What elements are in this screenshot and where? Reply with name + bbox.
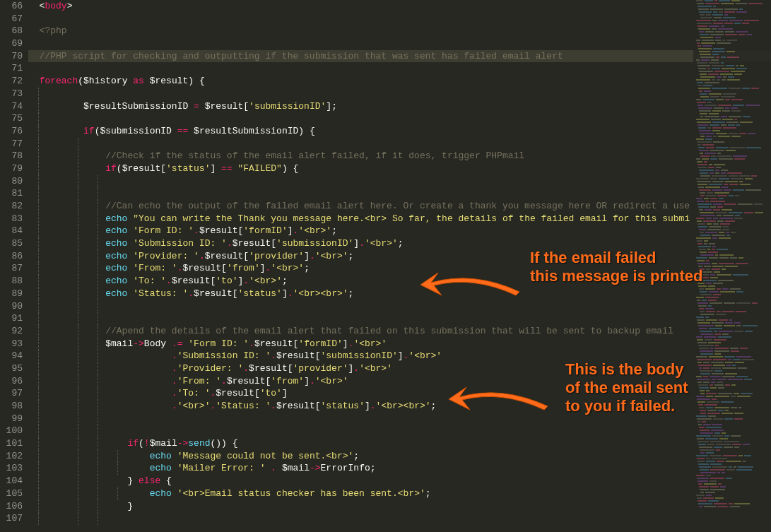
code-line[interactable] [28, 62, 771, 75]
code-line[interactable]: echo 'To: '.$result['to'].'<br>'; [28, 275, 771, 288]
line-number: 83 [0, 213, 23, 225]
code-line[interactable] [28, 88, 771, 100]
line-number: 107 [0, 512, 23, 525]
line-number: 72 [0, 75, 23, 88]
code-line[interactable] [28, 13, 771, 25]
code-line[interactable] [28, 112, 771, 125]
code-editor[interactable]: 6667686970717273747576777879808182838485… [0, 0, 771, 532]
line-number: 78 [0, 150, 23, 162]
code-line[interactable]: //Check if the status of the email alert… [28, 150, 771, 162]
minimap[interactable] [693, 0, 771, 532]
line-number: 76 [0, 125, 23, 138]
line-number: 80 [0, 175, 23, 188]
line-number: 101 [0, 437, 23, 450]
code-line[interactable]: $mail->Body .= 'Form ID: '.$result['form… [28, 338, 771, 350]
code-line[interactable]: //Apend the details of the email alert t… [28, 325, 771, 338]
code-line[interactable]: .'<br>'.'Status: '.$result['status'].'<b… [28, 400, 771, 413]
line-number: 104 [0, 475, 23, 487]
line-number: 91 [0, 312, 23, 325]
line-number: 88 [0, 275, 23, 288]
code-line[interactable]: <body> [28, 0, 771, 13]
line-number: 90 [0, 300, 23, 313]
code-line[interactable]: .'From: '.$result['from'].'<br>' [28, 375, 771, 388]
line-number: 84 [0, 225, 23, 237]
code-line[interactable]: } else { [28, 475, 771, 487]
line-number: 75 [0, 112, 23, 125]
code-line[interactable]: if($submissionID == $resultSubmissionID)… [28, 125, 771, 138]
line-number: 67 [0, 13, 23, 25]
code-line[interactable]: <?php [28, 25, 771, 37]
line-number: 102 [0, 450, 23, 463]
code-line[interactable] [28, 37, 771, 50]
code-line[interactable] [28, 413, 771, 425]
code-line[interactable] [28, 187, 771, 200]
line-number: 87 [0, 262, 23, 275]
code-line[interactable] [28, 512, 771, 525]
line-number: 73 [0, 88, 23, 100]
code-line[interactable]: $resultSubmissionID = $result['submissio… [28, 100, 771, 113]
line-number: 95 [0, 362, 23, 375]
line-number: 81 [0, 187, 23, 200]
code-line[interactable]: echo 'Mailer Error: ' . $mail->ErrorInfo… [28, 462, 771, 475]
code-line[interactable] [28, 300, 771, 313]
line-number: 92 [0, 325, 23, 338]
line-number: 103 [0, 462, 23, 475]
line-number: 79 [0, 162, 23, 175]
code-line[interactable] [28, 425, 771, 437]
code-line[interactable]: foreach($history as $result) { [28, 75, 771, 88]
line-number: 105 [0, 487, 23, 500]
code-line[interactable] [28, 138, 771, 150]
code-line[interactable]: .'To: '.$result['to'] [28, 387, 771, 400]
line-number: 99 [0, 413, 23, 425]
line-number: 98 [0, 400, 23, 413]
code-line[interactable]: //PHP script for checking and outputting… [28, 50, 771, 63]
code-line[interactable] [28, 312, 771, 325]
code-line[interactable]: echo 'From: '.$result['from'].'<br>'; [28, 262, 771, 275]
code-line[interactable]: if(!$mail->send()) { [28, 437, 771, 450]
code-line[interactable]: } [28, 500, 771, 513]
code-line[interactable]: echo 'Provider: '.$result['provider'].'<… [28, 250, 771, 263]
line-number: 71 [0, 62, 23, 75]
line-number: 85 [0, 237, 23, 250]
line-number: 96 [0, 375, 23, 388]
line-number: 69 [0, 37, 23, 50]
code-line[interactable]: echo 'Form ID: '.$result['formID'].'<br>… [28, 225, 771, 237]
line-number: 89 [0, 288, 23, 300]
line-number: 66 [0, 0, 23, 13]
code-line[interactable]: .'Provider: '.$result['provider'].'<br>' [28, 362, 771, 375]
code-line[interactable]: //Can echo the output of the failed emai… [28, 200, 771, 213]
code-line[interactable]: echo '<br>Email status checker has been … [28, 487, 771, 500]
code-line[interactable]: echo 'Status: '.$result['status'].'<br><… [28, 288, 771, 300]
line-number: 106 [0, 500, 23, 513]
code-line[interactable]: echo 'Submission ID: '.$result['submissi… [28, 237, 771, 250]
line-number: 100 [0, 425, 23, 437]
line-number: 82 [0, 200, 23, 213]
line-number: 74 [0, 100, 23, 113]
line-number: 77 [0, 138, 23, 150]
code-line[interactable]: echo 'Message could not be sent.<br>'; [28, 450, 771, 463]
line-number: 97 [0, 387, 23, 400]
code-line[interactable]: .'Submission ID: '.$result['submissionID… [28, 350, 771, 362]
code-line[interactable] [28, 175, 771, 188]
line-number: 68 [0, 25, 23, 37]
line-number: 86 [0, 250, 23, 263]
line-number: 94 [0, 350, 23, 362]
line-number-gutter: 6667686970717273747576777879808182838485… [0, 0, 28, 532]
code-line[interactable]: if($result['status'] == "FAILED") { [28, 162, 771, 175]
code-area[interactable]: <body> <?php //PHP script for checking a… [28, 0, 771, 532]
code-line[interactable]: echo "You can write the Thank you messag… [28, 213, 771, 225]
line-number: 93 [0, 338, 23, 350]
line-number: 70 [0, 50, 23, 63]
